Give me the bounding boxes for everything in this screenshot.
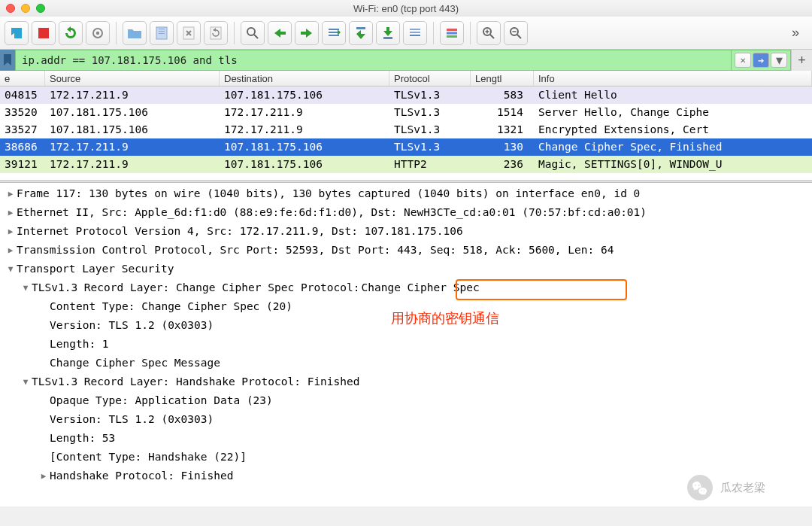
- packet-details-tree[interactable]: ▶Frame 117: 130 bytes on wire (1040 bits…: [0, 183, 812, 506]
- column-info[interactable]: Info: [534, 71, 812, 86]
- expand-icon: ▶: [5, 184, 17, 203]
- cell-dst: 172.17.211.9: [220, 104, 389, 121]
- filter-bookmark-button[interactable]: [0, 50, 15, 71]
- find-packet-button[interactable]: [241, 21, 265, 45]
- colorize-button[interactable]: [440, 21, 464, 45]
- expand-icon: ▶: [5, 241, 17, 260]
- tree-tcp[interactable]: ▶Transmission Control Protocol, Src Port…: [5, 241, 807, 260]
- cell-len: 1514: [471, 104, 534, 121]
- display-filter-bar: ip.addr == 107.181.175.106 and tls ✕ ➔ ▾…: [0, 50, 812, 71]
- cell-info: Client Hello: [534, 87, 812, 104]
- save-file-button[interactable]: [150, 21, 174, 45]
- cell-proto: TLSv1.3: [389, 121, 471, 138]
- cell-dst: 107.181.175.106: [220, 138, 389, 156]
- go-to-packet-button[interactable]: [322, 21, 346, 45]
- zoom-in-button[interactable]: [477, 21, 501, 45]
- packet-row[interactable]: 33520107.181.175.106172.17.211.9TLSv1.31…: [0, 104, 812, 121]
- window-title: Wi-Fi: en0 (tcp port 443): [6, 3, 806, 14]
- go-next-button[interactable]: [295, 21, 319, 45]
- close-window-button[interactable]: [6, 4, 15, 13]
- svg-rect-17: [383, 37, 392, 39]
- watermark-text: 瓜农老梁: [720, 479, 765, 497]
- cell-len: 236: [471, 156, 534, 173]
- tree-length[interactable]: Length: 1: [5, 335, 807, 354]
- minimize-window-button[interactable]: [21, 4, 30, 13]
- packet-row[interactable]: 38686172.17.211.9107.181.175.106TLSv1.31…: [0, 138, 812, 156]
- column-length[interactable]: Lengtl: [471, 71, 534, 86]
- toolbar-overflow-button[interactable]: »: [783, 21, 807, 45]
- collapse-icon: ▼: [20, 372, 32, 391]
- tree-length2[interactable]: Length: 53: [5, 429, 807, 448]
- display-filter-input[interactable]: ip.addr == 107.181.175.106 and tls: [15, 50, 732, 71]
- svg-rect-4: [159, 29, 165, 29]
- zoom-out-button[interactable]: [504, 21, 528, 45]
- collapse-icon: ▼: [5, 260, 17, 278]
- zoom-window-button[interactable]: [36, 4, 45, 13]
- tree-content-type2[interactable]: [Content Type: Handshake (22)]: [5, 448, 807, 467]
- cell-src: 172.17.211.9: [45, 156, 220, 173]
- cell-dst: 107.181.175.106: [220, 156, 389, 173]
- titlebar: Wi-Fi: en0 (tcp port 443): [0, 0, 812, 17]
- x-icon: ✕: [740, 56, 746, 65]
- filter-history-button[interactable]: ▾: [771, 53, 787, 68]
- cell-info: Magic, SETTINGS[0], WINDOW_U: [534, 156, 812, 173]
- tree-tls-record2[interactable]: ▼TLSv1.3 Record Layer: Handshake Protoco…: [5, 372, 807, 391]
- go-last-packet-button[interactable]: [376, 21, 400, 45]
- chevron-right-icon: »: [792, 25, 799, 41]
- close-file-button[interactable]: [177, 21, 201, 45]
- stop-capture-button[interactable]: [32, 21, 56, 45]
- add-filter-button[interactable]: +: [791, 50, 812, 71]
- cell-info: Change Cipher Spec, Finished: [534, 138, 812, 156]
- svg-point-2: [96, 31, 99, 34]
- cell-time: 04815: [0, 87, 45, 104]
- packet-list-header: e Source Destination Protocol Lengtl Inf…: [0, 71, 812, 87]
- tree-opaque-type[interactable]: Opaque Type: Application Data (23): [5, 391, 807, 410]
- tree-ccs-message[interactable]: Change Cipher Spec Message: [5, 354, 807, 372]
- svg-rect-14: [329, 32, 339, 33]
- go-previous-button[interactable]: [268, 21, 292, 45]
- cell-len: 583: [471, 87, 534, 104]
- cell-src: 107.181.175.106: [45, 104, 220, 121]
- column-time[interactable]: e: [0, 71, 45, 86]
- expand-icon: ▶: [5, 222, 17, 241]
- restart-capture-button[interactable]: [59, 21, 83, 45]
- capture-options-button[interactable]: [86, 21, 110, 45]
- cell-info: Encrypted Extensions, Cert: [534, 121, 812, 138]
- wechat-icon: [687, 475, 713, 500]
- start-capture-button[interactable]: [5, 21, 29, 45]
- svg-rect-19: [410, 32, 420, 33]
- packet-row[interactable]: 39121172.17.211.9107.181.175.106HTTP2236…: [0, 156, 812, 173]
- main-toolbar: »: [0, 17, 812, 50]
- svg-point-9: [247, 28, 255, 35]
- go-first-packet-button[interactable]: [349, 21, 373, 45]
- packet-list[interactable]: 04815172.17.211.9107.181.175.106TLSv1.35…: [0, 87, 812, 180]
- reload-file-button[interactable]: [204, 21, 228, 45]
- tree-frame[interactable]: ▶Frame 117: 130 bytes on wire (1040 bits…: [5, 184, 807, 203]
- packet-row[interactable]: 33527107.181.175.106172.17.211.9TLSv1.31…: [0, 121, 812, 138]
- cell-proto: HTTP2: [389, 156, 471, 173]
- tree-version2[interactable]: Version: TLS 1.2 (0x0303): [5, 410, 807, 429]
- tree-tls[interactable]: ▼Transport Layer Security: [5, 260, 807, 278]
- svg-rect-23: [447, 35, 457, 38]
- arrow-right-icon: ➔: [758, 56, 764, 65]
- cell-len: 1321: [471, 121, 534, 138]
- bookmark-icon: [3, 54, 12, 66]
- cell-src: 172.17.211.9: [45, 87, 220, 104]
- column-destination[interactable]: Destination: [220, 71, 389, 86]
- svg-rect-6: [159, 33, 165, 34]
- column-source[interactable]: Source: [45, 71, 220, 86]
- chevron-down-icon: ▾: [776, 53, 783, 67]
- column-protocol[interactable]: Protocol: [389, 71, 471, 86]
- clear-filter-button[interactable]: ✕: [735, 53, 751, 68]
- apply-filter-button[interactable]: ➔: [753, 53, 769, 68]
- cell-time: 33527: [0, 121, 45, 138]
- packet-row[interactable]: 04815172.17.211.9107.181.175.106TLSv1.35…: [0, 87, 812, 104]
- auto-scroll-button[interactable]: [403, 21, 427, 45]
- tree-ethernet[interactable]: ▶Ethernet II, Src: Apple_6d:f1:d0 (88:e9…: [5, 203, 807, 222]
- svg-rect-15: [329, 35, 339, 36]
- cell-info: Server Hello, Change Ciphe: [534, 104, 812, 121]
- tree-tls-record1[interactable]: ▼TLSv1.3 Record Layer: Change Cipher Spe…: [5, 278, 807, 297]
- tree-ip[interactable]: ▶Internet Protocol Version 4, Src: 172.1…: [5, 222, 807, 241]
- cell-dst: 107.181.175.106: [220, 87, 389, 104]
- open-file-button[interactable]: [123, 21, 147, 45]
